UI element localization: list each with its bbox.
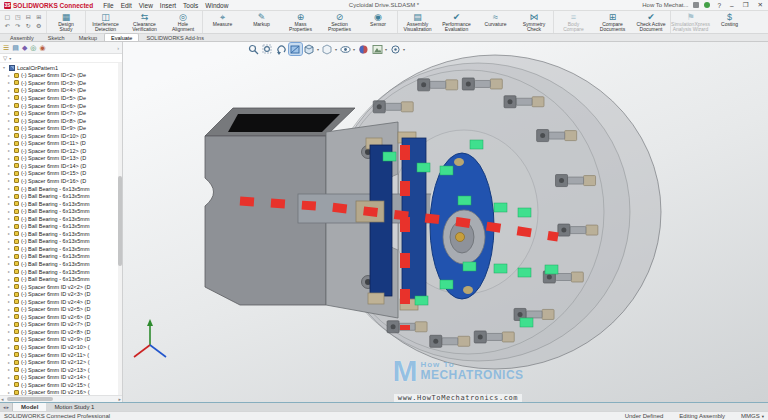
tree-item[interactable]: ▸ (-) Ball Bearing - 6x13x5mm bbox=[0, 238, 122, 246]
expand-arrow-icon[interactable]: ▸ bbox=[8, 390, 12, 395]
menu-item[interactable]: Tools bbox=[183, 2, 198, 9]
ribbon-button[interactable]: ◫ Interference Detection bbox=[86, 11, 125, 33]
ribbon-button[interactable]: ⚑ SimulationXpress Analysis Wizard bbox=[671, 11, 710, 33]
dimxpert-manager-tab-icon[interactable]: ◎ bbox=[30, 43, 36, 53]
tree-item[interactable]: ▸ (-) Spacer 6mm ID<7> (De bbox=[0, 109, 122, 117]
roller-pin[interactable] bbox=[368, 293, 384, 304]
expand-arrow-icon[interactable]: ▸ bbox=[8, 261, 12, 266]
document-tab[interactable]: Model bbox=[13, 403, 46, 411]
ribbon-button[interactable]: ◎ Hole Alignment bbox=[164, 11, 203, 33]
expand-arrow-icon[interactable]: ▸ bbox=[8, 269, 12, 274]
command-tab[interactable]: Sketch bbox=[41, 33, 72, 41]
tree-item[interactable]: ▸ (-) Spacer 6mm ID<8> (De bbox=[0, 117, 122, 125]
quick-access-button[interactable]: ↶ bbox=[2, 22, 13, 31]
tree-item[interactable]: ▸ (-) Spacer 6mm ID<13> (D bbox=[0, 155, 122, 163]
quick-access-button[interactable]: ⊟ bbox=[23, 13, 34, 22]
expand-arrow-icon[interactable]: ▸ bbox=[8, 224, 12, 229]
edit-appearance-icon[interactable] bbox=[357, 43, 370, 55]
expand-arrow-icon[interactable]: ▸ bbox=[8, 367, 12, 372]
ribbon-button[interactable]: ▤ Assembly Visualization bbox=[398, 11, 437, 33]
tree-pattern-header[interactable]: ▾ LocalCirPattern1 bbox=[0, 64, 122, 72]
expand-arrow-icon[interactable]: ▸ bbox=[8, 337, 12, 342]
expand-arrow-icon[interactable]: ▸ bbox=[8, 95, 12, 100]
expand-arrow-icon[interactable]: ▸ bbox=[8, 103, 12, 108]
expand-arrow-icon[interactable]: ▸ bbox=[8, 133, 12, 138]
quick-access-button[interactable]: ◳ bbox=[13, 13, 24, 22]
expand-arrow-icon[interactable]: ▸ bbox=[8, 382, 12, 387]
ribbon-button[interactable]: ≈ Curvature bbox=[476, 11, 515, 33]
tree-item[interactable]: ▸ (-) Spacer 6mm ID<15> (D bbox=[0, 170, 122, 178]
expand-arrow-icon[interactable]: ▸ bbox=[8, 141, 12, 146]
ribbon-button[interactable]: ⇆ Clearance Verification bbox=[125, 11, 164, 33]
tree-filter[interactable]: ▽ ▾ bbox=[0, 54, 122, 63]
tab-scroll-buttons[interactable]: ◂▸ bbox=[0, 403, 13, 411]
apply-scene-icon[interactable]: ▾ bbox=[371, 43, 388, 55]
tree-item[interactable]: ▸ (-) Ball Bearing - 6x13x5mm bbox=[0, 200, 122, 208]
expand-arrow-icon[interactable]: ▸ bbox=[8, 163, 12, 168]
ribbon-button[interactable]: ✔ Performance Evaluation bbox=[437, 11, 476, 33]
command-tab[interactable]: Markup bbox=[72, 33, 104, 41]
feature-manager-tab-icon[interactable]: ☰ bbox=[3, 43, 9, 53]
quick-access-button[interactable]: ▢ bbox=[2, 13, 13, 22]
scroll-left-icon[interactable]: ◂ bbox=[1, 396, 4, 402]
expand-arrow-icon[interactable]: ▸ bbox=[8, 254, 12, 259]
expand-arrow-icon[interactable]: ▸ bbox=[8, 88, 12, 93]
tree-item[interactable]: ▸ (-) Spacer 6mm ID v2<15> ( bbox=[0, 381, 122, 389]
ribbon-button[interactable]: ⊕ Mass Properties bbox=[281, 11, 320, 33]
expand-arrow-icon[interactable]: ▸ bbox=[8, 209, 12, 214]
expand-arrow-icon[interactable]: ▸ bbox=[8, 299, 12, 304]
tree-item[interactable]: ▸ (-) Spacer 6mm ID<5> (De bbox=[0, 94, 122, 102]
quick-access-button[interactable]: ⚙ bbox=[34, 22, 45, 31]
tree-item[interactable]: ▸ (-) Ball Bearing - 6x13x5mm bbox=[0, 192, 122, 200]
tree-item[interactable]: ▸ (-) Spacer 6mm ID<14> (D bbox=[0, 162, 122, 170]
expand-arrow-icon[interactable]: ▸ bbox=[8, 329, 12, 334]
menu-item[interactable]: Insert bbox=[160, 2, 176, 9]
tree-item[interactable]: ▸ (-) Ball Bearing - 6x13x5mm bbox=[0, 275, 122, 283]
previous-view-icon[interactable] bbox=[275, 43, 288, 55]
tree-item[interactable]: ▸ (-) Spacer 6mm ID<10> (D bbox=[0, 132, 122, 140]
zoom-fit-icon[interactable] bbox=[247, 43, 260, 55]
tree-item[interactable]: ▸ (-) Spacer 6mm ID<9> (De bbox=[0, 124, 122, 132]
tree-item[interactable]: ▸ (-) Spacer 6mm ID v2<3> (D bbox=[0, 290, 122, 298]
hide-show-items-icon[interactable]: ▾ bbox=[339, 43, 356, 55]
expand-arrow-icon[interactable]: ▸ bbox=[8, 284, 12, 289]
tree-vertical-scrollbar[interactable] bbox=[118, 63, 122, 395]
quick-access-button[interactable]: ↻ bbox=[23, 22, 34, 31]
view-orientation-icon[interactable]: ▾ bbox=[303, 43, 320, 55]
app-switcher-icon[interactable] bbox=[693, 2, 699, 8]
tree-item[interactable]: ▸ (-) Spacer 6mm ID v2<2> (D bbox=[0, 283, 122, 291]
expand-arrow-icon[interactable]: ▸ bbox=[8, 118, 12, 123]
expand-arrow-icon[interactable]: ▸ bbox=[8, 126, 12, 131]
expand-arrow-icon[interactable]: ▸ bbox=[8, 178, 12, 183]
expand-arrow-icon[interactable]: ▸ bbox=[8, 246, 12, 251]
expand-arrow-icon[interactable]: ▸ bbox=[8, 194, 12, 199]
command-tab[interactable]: Evaluate bbox=[104, 33, 139, 41]
command-tab[interactable]: SOLIDWORKS Add-Ins bbox=[139, 33, 210, 41]
tree-item[interactable]: ▸ (-) Ball Bearing - 6x13x5mm bbox=[0, 253, 122, 261]
tree-item[interactable]: ▸ (-) Ball Bearing - 6x13x5mm bbox=[0, 260, 122, 268]
tree-item[interactable]: ▸ (-) Spacer 6mm ID<6> (De bbox=[0, 102, 122, 110]
tree-item[interactable]: ▸ (-) Spacer 6mm ID v2<9> (D bbox=[0, 336, 122, 344]
tree-item[interactable]: ▸ (-) Spacer 6mm ID<11> (D bbox=[0, 139, 122, 147]
expand-arrow-icon[interactable]: ▸ bbox=[8, 239, 12, 244]
expand-arrow-icon[interactable]: ▸ bbox=[8, 216, 12, 221]
tree-item[interactable]: ▸ (-) Ball Bearing - 6x13x5mm bbox=[0, 222, 122, 230]
menu-item[interactable]: View bbox=[139, 2, 153, 9]
tree-item[interactable]: ▸ (-) Spacer 6mm ID v2<8> (D bbox=[0, 328, 122, 336]
account-label[interactable]: How To Mechat... bbox=[642, 2, 688, 8]
expand-arrow-icon[interactable]: ▸ bbox=[8, 277, 12, 282]
restore-button[interactable]: ❐ bbox=[741, 1, 751, 9]
zoom-area-icon[interactable] bbox=[261, 43, 274, 55]
tree-item[interactable]: ▸ (-) Spacer 6mm ID<12> (D bbox=[0, 147, 122, 155]
menu-item[interactable]: File bbox=[103, 2, 113, 9]
tree-item[interactable]: ▸ (-) Spacer 6mm ID v2<5> (D bbox=[0, 306, 122, 314]
expand-arrow-icon[interactable]: ▸ bbox=[8, 375, 12, 380]
property-manager-tab-icon[interactable]: ▤ bbox=[12, 43, 19, 53]
tree-horizontal-scrollbar[interactable]: ◂ ▸ bbox=[0, 395, 122, 402]
tree-item[interactable]: ▸ (-) Ball Bearing - 6x13x5mm bbox=[0, 207, 122, 215]
tree-item[interactable]: ▸ (-) Spacer 6mm ID<2> (De bbox=[0, 72, 122, 80]
expand-arrow-icon[interactable]: ▸ bbox=[8, 171, 12, 176]
document-tab[interactable]: Motion Study 1 bbox=[46, 403, 102, 411]
close-button[interactable]: ✕ bbox=[756, 1, 765, 9]
display-style-icon[interactable]: ▾ bbox=[321, 43, 338, 55]
